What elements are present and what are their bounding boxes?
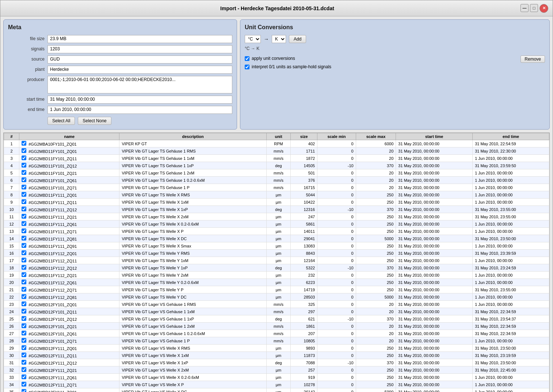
row-checkbox[interactable] (22, 192, 26, 197)
cell-unit: µm (266, 220, 291, 228)
maximize-button[interactable]: □ (530, 4, 538, 12)
meta-title: Meta (8, 24, 232, 31)
to-unit-select[interactable]: K (272, 35, 286, 43)
row-checkbox[interactable] (22, 309, 26, 314)
row-checkbox[interactable] (22, 367, 26, 372)
producer-value: 0001;-1;2010-06-01 00:00;2010-06-02 00:0… (47, 76, 232, 93)
cell-size: 247 (291, 213, 317, 220)
row-checkbox[interactable] (22, 228, 26, 233)
cell-description: VIPER Vib GT Lager TS Welle Y P (119, 286, 266, 293)
row-checkbox[interactable] (22, 353, 26, 357)
cell-unit: mm/s (266, 301, 291, 308)
cell-description: VIPER Vib GT Lager TS Gehäuse 1 1xP (119, 162, 266, 169)
cell-scale-max: 370 (356, 206, 396, 213)
row-checkbox[interactable] (22, 243, 26, 248)
cell-name: #GG2MBD12FY111_ZQ21 (19, 366, 119, 374)
cell-scale-min: -10 (317, 264, 356, 272)
cell-description: VIPER Vib GT Lager TS Welle Y DC (119, 293, 266, 301)
row-checkbox[interactable] (22, 287, 26, 292)
close-button[interactable]: ✕ (539, 4, 548, 13)
cell-end-time: 1 Jun 2010, 00:00:00 (473, 169, 549, 177)
row-checkbox[interactable] (22, 382, 26, 387)
cell-unit: µm (266, 228, 291, 235)
cell-name: #GG2MBD11FY101_ZQ11 (19, 155, 119, 162)
row-checkbox[interactable] (22, 207, 26, 211)
top-panels: Meta file size 23.9 MB signals 1203 sour… (3, 19, 550, 130)
row-checkbox[interactable] (22, 338, 26, 343)
conversion-result: °C → K (245, 46, 545, 51)
conversion-row: °C → K Add (245, 35, 545, 43)
cell-description: VIPER Vib GT Lager TS Welle Y 1xP (119, 264, 266, 272)
cell-description: VIPER Vib GT Lager TS Gehäuse 1 1xM (119, 155, 266, 162)
cell-start-time: 31 May 2010, 00:00:00 (396, 191, 473, 199)
window-title: Import - Herdecke Tagesdatei 2010-05-31.… (34, 5, 520, 11)
cell-start-time: 31 May 2010, 00:00:00 (396, 272, 473, 279)
row-checkbox[interactable] (22, 316, 26, 321)
cell-size: 12164 (291, 257, 317, 264)
from-unit-select[interactable]: °C (245, 35, 261, 43)
row-checkbox[interactable] (22, 345, 26, 350)
cell-start-time: 31 May 2010, 00:00:00 (396, 301, 473, 308)
row-checkbox[interactable] (22, 155, 26, 160)
cell-scale-min: 0 (317, 374, 356, 381)
cell-name: #GG2MBD12FY101_ZQ61 (19, 330, 119, 337)
cell-description: VIPER Vib GT Lager TS Gehäuse 1 2xM (119, 169, 266, 177)
cell-scale-min: 0 (317, 235, 356, 242)
apply-conversions-checkbox[interactable] (245, 56, 249, 61)
row-checkbox[interactable] (22, 280, 26, 284)
row-checkbox[interactable] (22, 236, 26, 241)
cell-size: 325 (291, 301, 317, 308)
row-checkbox[interactable] (22, 148, 26, 153)
cell-unit: µm (266, 199, 291, 206)
row-checkbox[interactable] (22, 185, 26, 189)
row-checkbox[interactable] (22, 214, 26, 219)
cell-num: 2 (4, 147, 19, 155)
interpret-units-checkbox[interactable] (245, 65, 249, 69)
row-checkbox[interactable] (22, 170, 26, 175)
data-table-container[interactable]: # name description unit size scale min s… (3, 132, 550, 392)
row-checkbox[interactable] (22, 177, 26, 182)
row-checkbox[interactable] (22, 374, 26, 379)
row-checkbox[interactable] (22, 360, 26, 365)
cell-scale-max: 250 (356, 279, 396, 286)
cell-unit: deg (266, 315, 291, 323)
row-checkbox[interactable] (22, 323, 26, 328)
row-checkbox[interactable] (22, 301, 26, 306)
cell-end-time: 31 May 2010, 22:34:59 (473, 308, 549, 315)
cell-size: 501 (291, 169, 317, 177)
row-checkbox[interactable] (22, 163, 26, 168)
cell-size: 7088 (291, 359, 317, 366)
cell-start-time: 31 May 2010, 00:00:00 (396, 155, 473, 162)
minimize-button[interactable]: — (520, 4, 529, 12)
row-checkbox[interactable] (22, 294, 26, 299)
cell-num: 13 (4, 228, 19, 235)
cell-unit: µm (266, 286, 291, 293)
row-checkbox[interactable] (22, 272, 26, 277)
row-checkbox[interactable] (22, 199, 26, 204)
cell-name: #GG2MBD11FY101_ZQ71 (19, 184, 119, 191)
row-checkbox[interactable] (22, 331, 26, 335)
select-all-button[interactable]: Select All (47, 117, 75, 125)
row-checkbox[interactable] (22, 221, 26, 226)
cell-start-time: 31 May 2010, 00:00:00 (396, 366, 473, 374)
select-none-button[interactable]: Select None (78, 117, 111, 125)
cell-num: 31 (4, 359, 19, 366)
row-checkbox[interactable] (22, 141, 26, 146)
cell-size: 8843 (291, 250, 317, 257)
cell-name: #GG2MBD11FY111_ZQ71 (19, 228, 119, 235)
row-checkbox[interactable] (22, 265, 26, 270)
row-checkbox[interactable] (22, 250, 26, 255)
cell-num: 16 (4, 250, 19, 257)
row-checkbox[interactable] (22, 258, 26, 262)
cell-name: #GG2MBD12FY111_ZQ11 (19, 352, 119, 359)
cell-unit: µm (266, 345, 291, 352)
cell-scale-min: 0 (317, 169, 356, 177)
cell-scale-max: 370 (356, 162, 396, 169)
cell-num: 7 (4, 184, 19, 191)
table-row: 3 #GG2MBD11FY101_ZQ11 VIPER Vib GT Lager… (4, 155, 549, 162)
cell-scale-min: 0 (317, 257, 356, 264)
add-conversion-button[interactable]: Add (289, 35, 306, 43)
row-checkbox[interactable] (22, 389, 26, 392)
remove-conversion-button[interactable]: Remove (520, 55, 545, 63)
col-unit: unit (266, 133, 291, 140)
